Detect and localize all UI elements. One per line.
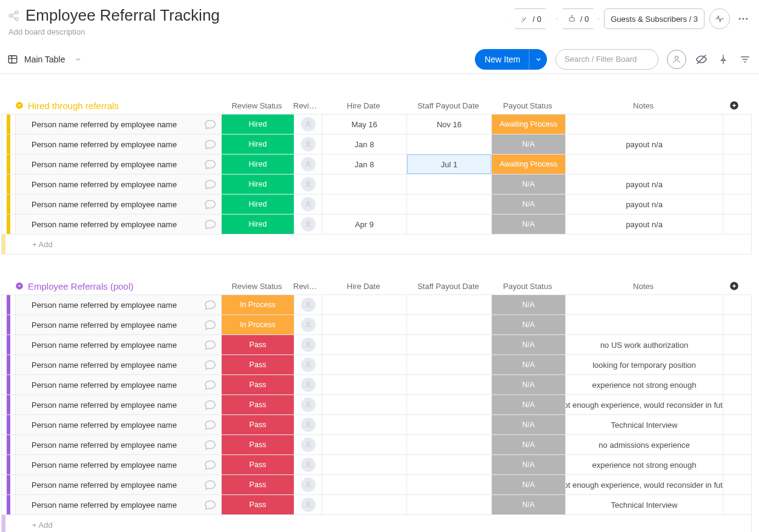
column-header[interactable]: Hire Date [321, 101, 406, 110]
payout-status-cell[interactable]: N/A [492, 295, 565, 314]
review-status-cell[interactable]: Pass [222, 415, 294, 434]
hire-date-cell[interactable] [322, 315, 406, 334]
notes-cell[interactable]: payout n/a [565, 135, 723, 154]
payout-date-cell[interactable] [406, 355, 491, 374]
review-status-cell[interactable]: Hired [222, 115, 294, 134]
review-status-cell[interactable]: Hired [222, 175, 294, 194]
notes-cell[interactable] [565, 315, 723, 334]
item-name[interactable]: Person name referred by employee name [31, 140, 199, 149]
open-updates-button[interactable] [199, 338, 221, 351]
group-title[interactable]: Employee Referrals (pool) [28, 281, 133, 291]
notes-cell[interactable]: payout n/a [565, 195, 723, 214]
table-row[interactable]: Person name referred by employee name Hi… [2, 194, 751, 214]
hire-date-cell[interactable] [322, 175, 406, 194]
add-row[interactable]: + Add [1, 234, 752, 254]
reviewer-cell[interactable] [294, 495, 322, 514]
open-updates-button[interactable] [199, 478, 221, 491]
open-updates-button[interactable] [199, 398, 221, 411]
guests-subscribers-button[interactable]: Guests & Subscribers / 3 [604, 8, 704, 29]
activity-log-button[interactable] [709, 8, 730, 29]
payout-date-cell[interactable] [406, 335, 491, 354]
table-row[interactable]: Person name referred by employee name Pa… [2, 414, 751, 434]
payout-date-cell[interactable] [406, 175, 491, 194]
payout-date-cell[interactable] [406, 295, 491, 314]
payout-status-cell[interactable]: N/A [492, 355, 565, 374]
notes-cell[interactable]: Not enough experience, would reconsider … [565, 475, 723, 494]
payout-status-cell[interactable]: N/A [492, 375, 565, 394]
table-row[interactable]: Person name referred by employee name Pa… [2, 334, 751, 354]
open-updates-button[interactable] [199, 218, 221, 231]
payout-status-cell[interactable]: N/A [492, 175, 565, 194]
review-status-cell[interactable]: Hired [222, 155, 294, 174]
hire-date-cell[interactable] [322, 335, 406, 354]
payout-date-cell[interactable] [406, 315, 491, 334]
hire-date-cell[interactable] [322, 355, 406, 374]
payout-date-cell[interactable] [406, 214, 491, 234]
payout-status-cell[interactable]: N/A [492, 475, 565, 494]
payout-date-cell[interactable] [406, 375, 491, 394]
reviewer-cell[interactable] [294, 355, 322, 374]
review-status-cell[interactable]: Pass [222, 475, 294, 494]
reviewer-cell[interactable] [294, 335, 322, 354]
review-status-cell[interactable]: Pass [222, 455, 294, 474]
payout-date-cell[interactable] [406, 135, 491, 154]
hire-date-cell[interactable] [322, 475, 406, 494]
open-updates-button[interactable] [199, 438, 221, 451]
hire-date-cell[interactable] [322, 375, 406, 394]
group-title[interactable]: Hired through referrals [28, 101, 119, 111]
item-name[interactable]: Person name referred by employee name [31, 461, 199, 470]
reviewer-cell[interactable] [294, 115, 322, 134]
table-row[interactable]: Person name referred by employee name In… [2, 294, 751, 314]
payout-status-cell[interactable]: N/A [492, 395, 565, 414]
review-status-cell[interactable]: In Process [222, 315, 294, 334]
hire-date-cell[interactable] [322, 395, 406, 414]
hire-date-cell[interactable] [322, 195, 406, 214]
search-input[interactable] [565, 55, 649, 64]
hire-date-cell[interactable] [322, 435, 406, 454]
item-name[interactable]: Person name referred by employee name [31, 421, 199, 430]
payout-date-cell[interactable] [406, 415, 491, 434]
reviewer-cell[interactable] [294, 295, 322, 314]
add-row[interactable]: + Add [1, 515, 752, 532]
review-status-cell[interactable]: Hired [222, 195, 294, 214]
item-name[interactable]: Person name referred by employee name [31, 441, 199, 450]
payout-status-cell[interactable]: N/A [492, 315, 565, 334]
open-updates-button[interactable] [199, 178, 221, 191]
open-updates-button[interactable] [199, 158, 221, 171]
payout-status-cell[interactable]: N/A [492, 415, 565, 434]
payout-date-cell[interactable] [406, 395, 491, 414]
open-updates-button[interactable] [199, 358, 221, 371]
table-row[interactable]: Person name referred by employee name Pa… [2, 354, 751, 374]
notes-cell[interactable]: experience not strong enough [565, 455, 723, 474]
new-item-button[interactable]: New Item [475, 49, 547, 70]
notes-cell[interactable]: looking for temporary position [565, 355, 723, 374]
hire-date-cell[interactable]: May 16 [322, 115, 406, 134]
reviewer-cell[interactable] [294, 395, 322, 414]
payout-status-cell[interactable]: Awaiting Process [492, 155, 565, 174]
notes-cell[interactable]: experience not strong enough [565, 375, 723, 394]
group-collapse-toggle[interactable] [15, 281, 24, 291]
item-name[interactable]: Person name referred by employee name [31, 180, 199, 189]
payout-date-cell[interactable] [406, 495, 491, 514]
item-name[interactable]: Person name referred by employee name [31, 361, 199, 370]
automations-pill[interactable]: / 0 [557, 8, 599, 29]
column-header[interactable]: Notes [565, 282, 722, 291]
open-updates-button[interactable] [199, 118, 221, 131]
review-status-cell[interactable]: Pass [222, 435, 294, 454]
notes-cell[interactable]: Not enough experience, would reconsider … [565, 395, 723, 414]
add-column-button[interactable] [722, 100, 746, 111]
item-name[interactable]: Person name referred by employee name [31, 200, 199, 209]
payout-date-cell[interactable] [406, 195, 491, 214]
reviewer-cell[interactable] [294, 375, 322, 394]
payout-status-cell[interactable]: N/A [492, 335, 565, 354]
reviewer-cell[interactable] [294, 415, 322, 434]
open-updates-button[interactable] [199, 318, 221, 331]
item-name[interactable]: Person name referred by employee name [31, 401, 199, 410]
payout-status-cell[interactable]: N/A [492, 214, 565, 234]
column-header[interactable]: Notes [565, 101, 722, 110]
notes-cell[interactable] [565, 155, 723, 174]
group-collapse-toggle[interactable] [15, 101, 24, 110]
open-updates-button[interactable] [199, 378, 221, 391]
reviewer-cell[interactable] [294, 475, 322, 494]
reviewer-cell[interactable] [294, 214, 322, 234]
